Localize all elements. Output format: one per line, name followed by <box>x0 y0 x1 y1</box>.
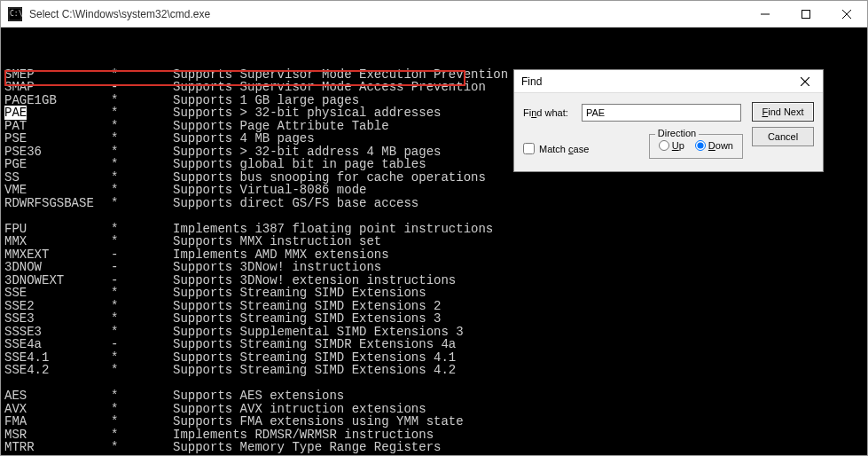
feature-desc: Supports Supervisor Mode Execution Preve… <box>173 68 508 82</box>
find-titlebar[interactable]: Find <box>514 70 823 93</box>
feature-name: PAE <box>4 106 111 120</box>
terminal-line: VME*Supports Virtual-8086 mode <box>4 184 864 197</box>
direction-up[interactable]: Up <box>659 140 684 151</box>
terminal-line <box>4 377 864 390</box>
feature-desc: Supports bus snooping for cache operatio… <box>173 171 486 185</box>
feature-name: SSE4.1 <box>4 351 111 365</box>
terminal-line: SSE4.1*Supports Streaming SIMD Extension… <box>4 351 864 365</box>
find-close-button[interactable] <box>794 73 816 90</box>
minimize-icon <box>761 10 770 19</box>
feature-flag: * <box>111 132 173 145</box>
feature-flag: * <box>111 351 173 365</box>
feature-name: MSR <box>4 428 111 442</box>
feature-flag: * <box>111 441 173 454</box>
feature-desc: Supports 4 MB pages <box>173 132 315 145</box>
feature-desc: Supports > 32-bit address 4 MB pages <box>173 145 441 159</box>
feature-desc: Supports Page Attribute Table <box>173 120 389 133</box>
feature-desc: Supports > 32-bit physical addresses <box>173 106 441 120</box>
feature-desc: Supports Virtual-8086 mode <box>173 184 366 197</box>
feature-flag: * <box>111 300 173 313</box>
terminal-line: FMA*Supports FMA extensions using YMM st… <box>4 415 864 428</box>
feature-desc: Supports Streaming SIMD Extensions 2 <box>173 300 441 313</box>
direction-group: Direction Up Down <box>649 134 743 159</box>
terminal-line: MTRR*Supports Memory Type Range Register… <box>4 441 864 454</box>
direction-down[interactable]: Down <box>695 140 733 151</box>
feature-flag: * <box>111 415 173 428</box>
feature-flag: * <box>111 68 173 82</box>
window-controls <box>745 1 867 27</box>
feature-desc: Supports Memory Type Range Registers <box>173 441 441 454</box>
feature-flag: * <box>111 197 173 210</box>
feature-name: SSE2 <box>4 300 111 313</box>
feature-desc: Supports Streaming SIMD Extensions 4.1 <box>173 351 456 365</box>
feature-desc: Implements RDMSR/WRMSR instructions <box>173 428 434 442</box>
feature-name: VME <box>4 184 111 197</box>
terminal-line <box>4 209 864 223</box>
feature-name: SSE <box>4 287 111 300</box>
feature-name: SS <box>4 171 111 185</box>
feature-desc: Supports Supervisor Mode Access Preventi… <box>173 81 486 94</box>
direction-up-radio[interactable] <box>659 140 669 151</box>
minimize-button[interactable] <box>745 1 786 27</box>
feature-flag: - <box>111 261 173 274</box>
feature-flag: * <box>111 312 173 326</box>
feature-desc: Supports Streaming SIMD Extensions <box>173 287 426 300</box>
direction-down-radio[interactable] <box>695 140 706 151</box>
maximize-icon <box>802 10 810 19</box>
feature-flag: - <box>111 248 173 262</box>
match-case-input[interactable] <box>523 143 535 154</box>
feature-name: MTRR <box>4 441 111 454</box>
feature-name: PAT <box>4 120 111 133</box>
window-title: Select C:\Windows\system32\cmd.exe <box>29 8 745 20</box>
feature-name: MMXEXT <box>4 248 111 262</box>
feature-desc: Implements AMD MMX extensions <box>173 248 389 262</box>
feature-flag: * <box>111 364 173 377</box>
direction-legend: Direction <box>655 128 699 138</box>
feature-name: AVX <box>4 403 111 416</box>
maximize-button[interactable] <box>786 1 826 27</box>
terminal-line: SS*Supports bus snooping for cache opera… <box>4 171 864 185</box>
svg-text:C:\: C:\ <box>10 10 22 18</box>
feature-name: FPU <box>4 223 111 236</box>
terminal-line: FPU*Implements i387 floating point instr… <box>4 223 864 236</box>
terminal-line: AVX*Supports AVX intruction extensions <box>4 403 864 416</box>
feature-desc: Supports 3DNow! extension instructions <box>173 274 456 287</box>
feature-desc: Supports Streaming SIMDR Extensions 4a <box>173 338 456 351</box>
titlebar[interactable]: C:\ Select C:\Windows\system32\cmd.exe <box>1 1 867 28</box>
terminal-line: 3DNOWEXT-Supports 3DNow! extension instr… <box>4 274 864 287</box>
feature-flag: * <box>111 184 173 197</box>
feature-flag: * <box>111 235 173 248</box>
find-next-button[interactable]: Find Next <box>752 102 814 122</box>
terminal-line: RDWRFSGSBASE*Supports direct GS/FS base … <box>4 197 864 210</box>
terminal-line: MMX*Supports MMX instruction set <box>4 235 864 248</box>
terminal-line: SSE*Supports Streaming SIMD Extensions <box>4 287 864 300</box>
find-dialog-title: Find <box>521 75 794 88</box>
terminal-line: SSE3*Supports Streaming SIMD Extensions … <box>4 312 864 326</box>
terminal-line: SSSE3*Supports Supplemental SIMD Extensi… <box>4 326 864 339</box>
feature-flag: * <box>111 171 173 185</box>
feature-desc: Supports 1 GB large pages <box>173 94 359 107</box>
feature-name: MMX <box>4 235 111 248</box>
feature-name: PGE <box>4 158 111 171</box>
close-icon <box>842 10 851 19</box>
feature-flag: * <box>111 403 173 416</box>
feature-name: PSE <box>4 132 111 145</box>
feature-name: SSE4a <box>4 338 111 351</box>
terminal-line: SSE4a-Supports Streaming SIMDR Extension… <box>4 338 864 351</box>
feature-flag: * <box>111 145 173 159</box>
feature-flag: * <box>111 120 173 133</box>
match-case-checkbox[interactable]: Match case <box>523 143 589 154</box>
find-input[interactable] <box>582 104 741 122</box>
feature-flag: * <box>111 287 173 300</box>
feature-desc: Supports 3DNow! instructions <box>173 261 381 274</box>
feature-desc: Supports AVX intruction extensions <box>173 403 426 416</box>
terminal-line: SSE4.2*Supports Streaming SIMD Extension… <box>4 364 864 377</box>
feature-name: SMEP <box>4 68 111 82</box>
feature-name: 3DNOW <box>4 261 111 274</box>
cancel-button[interactable]: Cancel <box>752 127 814 146</box>
feature-desc: Supports Supplemental SIMD Extensions 3 <box>173 326 464 339</box>
terminal-line: MSR*Implements RDMSR/WRMSR instructions <box>4 428 864 442</box>
close-button[interactable] <box>826 1 867 27</box>
feature-name: FMA <box>4 415 111 428</box>
feature-desc: Supports MMX instruction set <box>173 235 381 248</box>
